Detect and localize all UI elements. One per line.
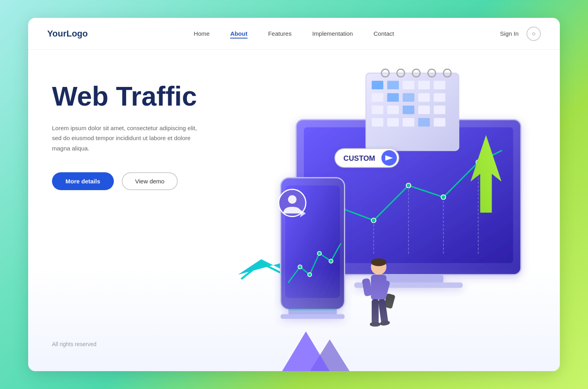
svg-point-49 xyxy=(317,251,321,255)
nav-item-about[interactable]: About xyxy=(230,30,247,37)
button-group: More details View demo xyxy=(52,172,200,190)
search-button[interactable]: ○ xyxy=(527,27,541,41)
svg-rect-27 xyxy=(387,93,399,102)
svg-rect-30 xyxy=(434,93,445,102)
nav-right: Sign In ○ xyxy=(500,27,541,41)
nav-item-features[interactable]: Features xyxy=(268,30,292,37)
svg-rect-25 xyxy=(434,81,445,89)
svg-rect-40 xyxy=(434,118,445,126)
svg-rect-36 xyxy=(372,118,383,126)
svg-point-48 xyxy=(308,273,312,277)
svg-rect-22 xyxy=(387,81,399,89)
logo: YourLogo xyxy=(47,29,88,39)
svg-rect-39 xyxy=(418,118,430,126)
svg-rect-29 xyxy=(418,93,430,102)
svg-point-50 xyxy=(329,259,333,263)
hero-title: Web Traffic xyxy=(52,81,200,111)
custom-badge: CUSTOM xyxy=(335,149,399,168)
svg-text:CUSTOM: CUSTOM xyxy=(344,154,375,162)
right-section: CUSTOM xyxy=(219,50,560,371)
svg-rect-34 xyxy=(418,106,430,114)
nav-link-features[interactable]: Features xyxy=(268,30,292,37)
nav-item-home[interactable]: Home xyxy=(194,30,209,37)
svg-rect-24 xyxy=(418,81,430,89)
svg-rect-37 xyxy=(387,118,399,126)
svg-rect-67 xyxy=(362,278,373,297)
hero-content: Web Traffic Lorem ipsum dolor sit amet, … xyxy=(52,81,200,190)
svg-rect-28 xyxy=(403,93,414,102)
sign-in-link[interactable]: Sign In xyxy=(500,30,519,37)
nav-link-about[interactable]: About xyxy=(230,30,247,39)
svg-rect-63 xyxy=(372,299,379,324)
svg-rect-53 xyxy=(288,309,337,310)
svg-point-59 xyxy=(371,258,386,266)
svg-point-55 xyxy=(288,195,296,204)
svg-rect-35 xyxy=(434,106,445,114)
more-details-button[interactable]: More details xyxy=(52,172,114,190)
nav-links: Home About Features Implementation Conta… xyxy=(194,30,394,37)
nav-link-implementation[interactable]: Implementation xyxy=(312,30,353,37)
page-card: YourLogo Home About Features Implementat… xyxy=(28,18,560,371)
nav-link-home[interactable]: Home xyxy=(194,30,209,37)
search-icon: ○ xyxy=(532,30,536,37)
svg-rect-23 xyxy=(403,81,414,89)
calendar xyxy=(366,69,459,150)
illustration: CUSTOM xyxy=(219,58,552,356)
nav-link-contact[interactable]: Contact xyxy=(373,30,394,37)
nav-item-implementation[interactable]: Implementation xyxy=(312,30,353,37)
svg-rect-32 xyxy=(387,106,399,114)
left-section: Web Traffic Lorem ipsum dolor sit amet, … xyxy=(28,50,219,371)
hero-description: Lorem ipsum dolor sit amet, consectetur … xyxy=(52,123,200,154)
main-content: Web Traffic Lorem ipsum dolor sit amet, … xyxy=(28,50,560,371)
svg-rect-31 xyxy=(372,106,383,114)
view-demo-button[interactable]: View demo xyxy=(122,172,178,190)
svg-rect-38 xyxy=(403,118,414,126)
footer-text: All rights reserved xyxy=(52,317,200,347)
nav-item-contact[interactable]: Contact xyxy=(373,30,394,37)
corner-triangle-left xyxy=(282,331,330,371)
user-avatar-badge xyxy=(279,189,306,217)
svg-rect-33 xyxy=(403,106,414,114)
svg-point-65 xyxy=(370,322,380,327)
svg-rect-52 xyxy=(281,314,344,319)
svg-rect-26 xyxy=(372,93,383,102)
svg-rect-21 xyxy=(372,81,383,89)
svg-point-47 xyxy=(298,265,302,269)
navbar: YourLogo Home About Features Implementat… xyxy=(28,18,560,50)
